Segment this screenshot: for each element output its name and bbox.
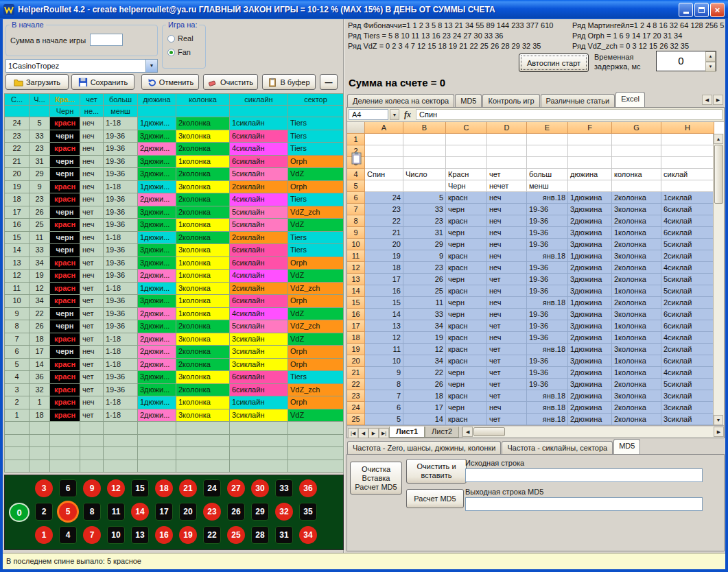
cell-name-box[interactable]: A4 xyxy=(349,109,388,120)
name-box-dropdown-icon[interactable]: ▼ xyxy=(390,109,399,120)
fx-icon[interactable]: fx xyxy=(404,110,411,120)
roulette-number-34[interactable]: 34 xyxy=(299,526,317,544)
cell-A17[interactable]: 13 xyxy=(365,320,403,332)
roulette-number-2[interactable]: 2 xyxy=(35,503,53,521)
cell-B19[interactable]: 12 xyxy=(403,344,446,355)
cell-C19[interactable]: красн xyxy=(446,344,487,355)
roulette-number-24[interactable]: 24 xyxy=(203,479,221,497)
spin-row[interactable]: 1726чернчет19-363дюжи...2колонка5сиклайн… xyxy=(5,206,344,219)
undo-button[interactable]: Отменить xyxy=(141,74,199,90)
sheet-nav-3-icon[interactable]: ▶ xyxy=(368,428,379,438)
cell-A14[interactable]: 16 xyxy=(365,285,403,297)
cell-E8[interactable]: 19-36 xyxy=(527,215,568,227)
roulette-number-29[interactable]: 29 xyxy=(251,503,269,521)
cell-G6[interactable]: 2колонка xyxy=(612,192,661,204)
roulette-number-8[interactable]: 8 xyxy=(83,503,101,521)
cell-F7[interactable]: 3дюжина xyxy=(568,204,612,215)
spin-row[interactable]: 245красннеч1-181дюжи...2колонка1сиклайнT… xyxy=(5,117,344,130)
cell-E16[interactable]: 19-36 xyxy=(527,309,568,320)
roulette-number-28[interactable]: 28 xyxy=(251,526,269,544)
cell-B1[interactable] xyxy=(403,134,446,145)
cell-H10[interactable]: 5сиклай xyxy=(661,239,714,250)
start-sum-input[interactable] xyxy=(90,34,123,46)
cell-F17[interactable]: 3дюжина xyxy=(568,320,612,332)
roulette-number-11[interactable]: 11 xyxy=(107,503,125,521)
hscroll-thumb[interactable] xyxy=(473,427,505,436)
spin-row[interactable]: 2223красннеч19-362дюжи...2колонка4сиклай… xyxy=(5,143,344,156)
spin-row[interactable]: 826чернчет19-363дюжи...2колонка5сиклайнV… xyxy=(5,320,344,333)
spin-row[interactable]: 2029черннеч19-363дюжи...2колонка5сиклайн… xyxy=(5,168,344,181)
cell-D1[interactable] xyxy=(487,134,527,145)
cell-D2[interactable] xyxy=(487,145,527,157)
cell-A22[interactable]: 8 xyxy=(365,379,403,390)
roulette-number-1[interactable]: 1 xyxy=(35,526,53,544)
spin-row[interactable]: 2131черннеч19-363дюжи...1колонка6сиклайн… xyxy=(5,156,344,169)
cell-F22[interactable]: 3дюжина xyxy=(568,379,612,390)
cell-D19[interactable]: чет xyxy=(487,344,527,355)
cell-G4[interactable]: колонка xyxy=(612,169,661,180)
tab-scroll-right-icon[interactable]: ▶ xyxy=(713,95,723,105)
cell-F6[interactable]: 1дюжина xyxy=(568,192,612,204)
cell-H3[interactable] xyxy=(661,157,714,169)
row-header-5[interactable]: 5 xyxy=(347,180,365,192)
delay-spinner[interactable]: 0 ▲ ▼ xyxy=(656,51,716,71)
spin-row[interactable]: 1334краснчет19-363дюжи...1колонка6сиклай… xyxy=(5,257,344,270)
cell-B20[interactable]: 34 xyxy=(403,355,446,367)
cell-C18[interactable]: красн xyxy=(446,332,487,344)
cell-D9[interactable]: неч xyxy=(487,227,527,239)
cell-C13[interactable]: черн xyxy=(446,274,487,285)
cell-A19[interactable]: 11 xyxy=(365,344,403,355)
cell-A1[interactable] xyxy=(365,134,403,145)
cell-H20[interactable]: 6сиклай xyxy=(661,355,714,367)
cell-D15[interactable]: неч xyxy=(487,297,527,309)
cell-F20[interactable]: 3дюжина xyxy=(568,355,612,367)
cell-B18[interactable]: 19 xyxy=(403,332,446,344)
row-header-1[interactable]: 1 xyxy=(347,134,365,145)
cell-B17[interactable]: 34 xyxy=(403,320,446,332)
close-button[interactable]: × xyxy=(710,3,725,17)
cell-H19[interactable]: 2сиклай xyxy=(661,344,714,355)
cell-H25[interactable]: 3сиклай xyxy=(661,414,714,425)
cell-E6[interactable]: янв.18 xyxy=(527,192,568,204)
spin-row[interactable]: 1034краснчет19-363дюжи...1колонка6сиклай… xyxy=(5,295,344,308)
spin-row[interactable]: 2333черннеч19-363дюжи...3колонка6сиклайн… xyxy=(5,130,344,143)
cell-A9[interactable]: 21 xyxy=(365,227,403,239)
cell-G7[interactable]: 3колонка xyxy=(612,204,661,215)
roulette-number-9[interactable]: 9 xyxy=(83,479,101,497)
roulette-number-3[interactable]: 3 xyxy=(35,479,53,497)
cell-C17[interactable]: красн xyxy=(446,320,487,332)
cell-B15[interactable]: 11 xyxy=(403,297,446,309)
cell-G12[interactable]: 2колонка xyxy=(612,262,661,274)
cell-G8[interactable]: 2колонка xyxy=(612,215,661,227)
md5-output-input[interactable] xyxy=(465,497,703,511)
cell-H9[interactable]: 6сиклай xyxy=(661,227,714,239)
cell-G17[interactable]: 1колонка xyxy=(612,320,661,332)
formula-bar[interactable]: Спин xyxy=(416,109,723,120)
cell-H12[interactable]: 4сиклай xyxy=(661,262,714,274)
cell-F15[interactable]: 1дюжина xyxy=(568,297,612,309)
sheet-nav-2-icon[interactable]: ◀ xyxy=(358,428,368,438)
cell-G11[interactable]: 3колонка xyxy=(612,250,661,262)
cell-G14[interactable]: 1колонка xyxy=(612,285,661,297)
roulette-number-30[interactable]: 30 xyxy=(251,479,269,497)
cell-F19[interactable]: 1дюжина xyxy=(568,344,612,355)
row-header-9[interactable]: 9 xyxy=(347,227,365,239)
vscroll-up-icon[interactable]: ▲ xyxy=(714,134,723,144)
cell-B2[interactable] xyxy=(403,145,446,157)
cell-F13[interactable]: 3дюжина xyxy=(568,274,612,285)
cell-D7[interactable]: неч xyxy=(487,204,527,215)
roulette-zero[interactable]: 0 xyxy=(9,503,30,522)
cell-G5[interactable] xyxy=(612,180,661,192)
row-header-24[interactable]: 24 xyxy=(347,402,365,414)
roulette-number-35[interactable]: 35 xyxy=(299,503,317,521)
cell-E9[interactable]: 19-36 xyxy=(527,227,568,239)
cell-E23[interactable]: янв.18 xyxy=(527,390,568,402)
cell-E10[interactable]: 19-36 xyxy=(527,239,568,250)
cell-E21[interactable]: 19-36 xyxy=(527,367,568,379)
cell-H22[interactable]: 5сиклай xyxy=(661,379,714,390)
roulette-number-27[interactable]: 27 xyxy=(227,479,245,497)
cell-E1[interactable] xyxy=(527,134,568,145)
cell-D17[interactable]: чет xyxy=(487,320,527,332)
row-header-23[interactable]: 23 xyxy=(347,390,365,402)
cell-C21[interactable]: черн xyxy=(446,367,487,379)
